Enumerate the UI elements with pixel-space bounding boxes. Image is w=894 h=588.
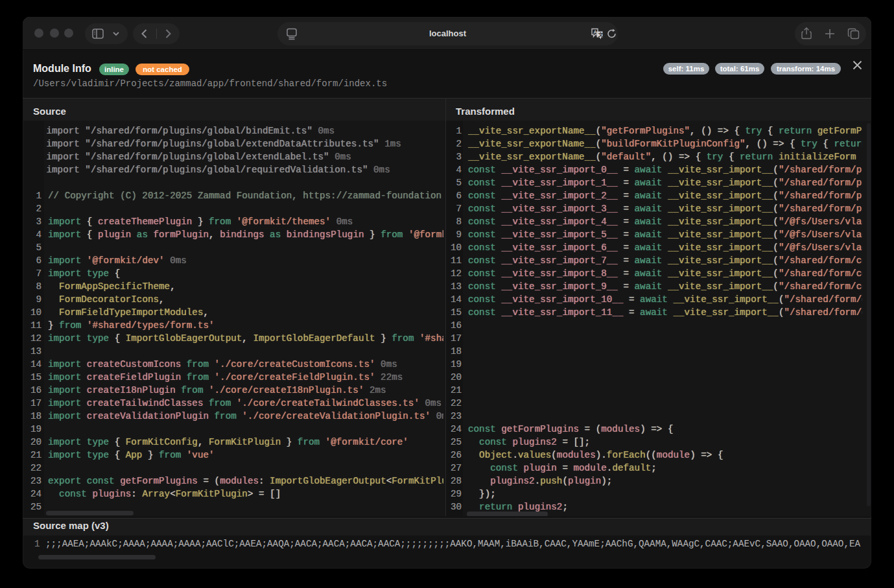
svg-text:A: A [593,29,597,35]
svg-text:文: 文 [598,32,604,38]
